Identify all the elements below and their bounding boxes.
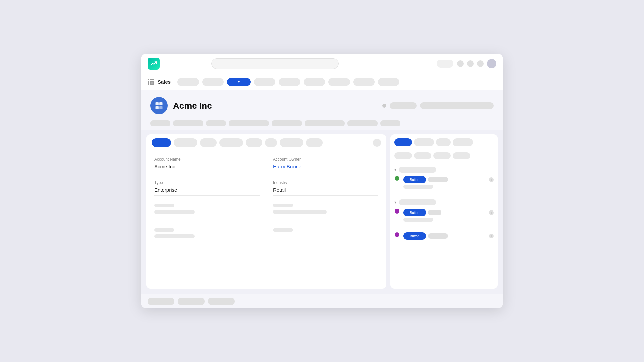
sk-value-2 (273, 210, 327, 214)
tl-pill-1 (428, 177, 448, 182)
chevron-down-icon-2: ▾ (394, 200, 396, 205)
tl-button-2[interactable]: Button (403, 209, 426, 216)
svg-rect-0 (156, 102, 159, 105)
panel-tabs (146, 134, 386, 150)
form-row-2: Type Enterprise Industry Retail (154, 180, 378, 196)
sk-label-1 (154, 204, 174, 207)
activity-group-2-header: ▾ (394, 199, 494, 205)
account-owner-value[interactable]: Harry Boone (273, 164, 378, 172)
panel-tab-5[interactable] (246, 138, 262, 147)
user-avatar[interactable] (487, 59, 496, 68)
sk-value-1 (154, 210, 195, 214)
app-window: Sales ▾ Acme Inc (141, 54, 503, 308)
right-panel-tabs (390, 134, 498, 149)
header-action-1[interactable] (390, 102, 417, 109)
sub-nav-3[interactable] (206, 120, 226, 126)
nav-tab-3[interactable] (254, 78, 275, 86)
sk-line-2 (273, 219, 378, 219)
rp-sub-tab-4[interactable] (453, 152, 470, 159)
rp-tab-3[interactable] (436, 138, 451, 146)
search-bar[interactable] (211, 58, 339, 69)
bottom-action-3[interactable] (208, 298, 235, 305)
industry-field: Industry Retail (273, 180, 378, 196)
tl-expand-2[interactable]: + (489, 210, 494, 215)
tl-row-1: Button + (403, 176, 494, 183)
grid-menu-icon[interactable] (148, 79, 154, 85)
tl-pill-2 (428, 210, 441, 215)
nav-tab-5[interactable] (304, 78, 325, 86)
tl-expand-3[interactable]: + (489, 234, 494, 238)
sk-line-1 (154, 219, 260, 219)
rp-sub-tab-2[interactable] (414, 152, 431, 159)
rp-sub-tab-3[interactable] (433, 152, 451, 159)
sub-nav-1[interactable] (150, 120, 170, 126)
timeline-dot-green (395, 176, 399, 181)
nav-tab-7[interactable] (353, 78, 375, 86)
panel-more-button[interactable] (373, 139, 381, 147)
timeline-line-3 (394, 232, 400, 241)
timeline-content-1: Button + (403, 176, 494, 194)
timeline-item-1: Button + (394, 176, 494, 194)
sk-label-4 (273, 228, 293, 232)
type-field: Type Enterprise (154, 180, 260, 196)
header-action-2[interactable] (420, 102, 494, 109)
nav-tab-6[interactable] (328, 78, 350, 86)
nav-bar: Sales ▾ (141, 74, 503, 90)
tb-dot-3 (477, 60, 484, 67)
sk-label-3 (154, 228, 174, 232)
panel-tab-8[interactable] (306, 138, 323, 147)
tb-dot-1 (457, 60, 464, 67)
panel-tab-details[interactable] (152, 138, 171, 147)
timeline-content-2: Button + (403, 209, 494, 227)
rp-tab-activity[interactable] (394, 138, 412, 146)
panel-tab-2[interactable] (174, 138, 197, 147)
right-panel: ▾ Button + (390, 134, 498, 289)
sub-nav-8[interactable] (380, 120, 400, 126)
tb-dot-2 (467, 60, 474, 67)
nav-tab-8[interactable] (378, 78, 399, 86)
page-header: Acme Inc (141, 90, 503, 118)
panel-tab-3[interactable] (200, 138, 217, 147)
rp-tab-4[interactable] (453, 138, 473, 146)
svg-rect-3 (159, 106, 162, 109)
type-label: Type (154, 180, 260, 185)
tl-expand-1[interactable]: + (489, 177, 494, 182)
app-name: Sales (158, 79, 171, 85)
tl-button-1[interactable]: Button (403, 176, 426, 183)
industry-value: Retail (273, 187, 378, 196)
tb-action-1[interactable] (437, 60, 453, 68)
sk-field-3 (154, 228, 260, 243)
skeleton-row-2 (154, 228, 378, 243)
tl-button-3[interactable]: Button (403, 232, 426, 240)
panel-tab-6[interactable] (265, 138, 277, 147)
sub-nav-6[interactable] (305, 120, 345, 126)
panel-tab-7[interactable] (280, 138, 303, 147)
sub-nav-2[interactable] (173, 120, 203, 126)
rp-sub-tabs (390, 149, 498, 162)
timeline-line-2 (394, 209, 400, 227)
rp-sub-tab-1[interactable] (394, 152, 412, 159)
skeleton-row-1 (154, 204, 378, 222)
rp-tab-2[interactable] (414, 138, 434, 146)
svg-rect-1 (159, 102, 162, 105)
bottom-action-1[interactable] (148, 298, 174, 305)
sub-nav-7[interactable] (347, 120, 378, 126)
sub-nav-5[interactable] (272, 120, 302, 126)
bottom-action-2[interactable] (178, 298, 205, 305)
top-bar-actions (437, 59, 496, 68)
nav-tab-2[interactable] (202, 78, 224, 86)
group-label-1 (399, 167, 436, 173)
activity-group-1-header: ▾ (394, 167, 494, 173)
sub-nav (141, 118, 503, 130)
left-panel: Account Name Acme Inc Account Owner Harr… (146, 134, 386, 289)
sub-nav-4[interactable] (229, 120, 269, 126)
sk-field-2 (273, 204, 378, 222)
tl-row-2: Button + (403, 209, 494, 216)
nav-tab-1[interactable] (177, 78, 199, 86)
activity-section: ▾ Button + (390, 162, 498, 289)
type-value: Enterprise (154, 187, 260, 196)
panel-tab-4[interactable] (219, 138, 243, 147)
header-actions (382, 102, 494, 109)
nav-tab-4[interactable] (279, 78, 300, 86)
nav-tab-accounts[interactable]: ▾ (227, 78, 251, 86)
